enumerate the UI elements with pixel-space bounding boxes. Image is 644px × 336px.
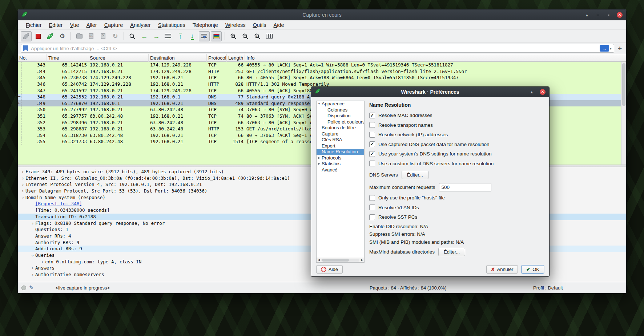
zoom-in-button[interactable] bbox=[228, 31, 239, 41]
expert-info-icon[interactable]: ✎ bbox=[29, 284, 34, 291]
tree-expander-open-icon[interactable]: ▼ bbox=[317, 101, 322, 107]
prefs-tree-item-name-resolution[interactable]: Name Resolution bbox=[317, 149, 364, 155]
menu-vue[interactable]: Vue bbox=[66, 21, 82, 29]
maximize-button[interactable]: ▫ bbox=[606, 12, 612, 17]
display-filter-input[interactable]: Appliquer un filtre d'affichage ... <Ctr… bbox=[21, 44, 614, 53]
checkbox-only-use-the-profile-hosts-file[interactable] bbox=[369, 195, 375, 201]
prefs-tree-item-cl-s-rsa[interactable]: Clés RSA bbox=[317, 137, 364, 143]
dialog-close-button[interactable]: ✕ bbox=[540, 89, 546, 95]
expander-collapsed-icon[interactable]: › bbox=[20, 188, 25, 195]
prefs-tree-item-boutons-de-filtre[interactable]: Boutons de filtre bbox=[317, 125, 364, 131]
dns-servers-edit-button[interactable]: Éditer... bbox=[402, 171, 428, 179]
expander-expanded-icon[interactable]: › bbox=[20, 195, 26, 201]
column-header-no[interactable]: No. bbox=[18, 54, 47, 62]
stop-capture-button[interactable] bbox=[33, 31, 44, 41]
restart-capture-button[interactable] bbox=[45, 31, 56, 41]
first-packet-button[interactable]: ↑ bbox=[175, 31, 186, 41]
scroll-right-arrow-icon[interactable]: ▶ bbox=[360, 258, 364, 262]
prefs-tree-item-disposition[interactable]: Disposition bbox=[317, 113, 364, 119]
scroll-left-arrow-icon[interactable]: ◀ bbox=[317, 258, 321, 262]
menu-fichier[interactable]: Fichier bbox=[22, 21, 45, 29]
last-packet-button[interactable]: ↓ bbox=[187, 31, 198, 41]
prefs-tree-item-apparence[interactable]: ▼Apparence bbox=[317, 101, 364, 107]
menu-editer[interactable]: Editer bbox=[45, 21, 67, 29]
previous-packet-button[interactable]: ← bbox=[139, 31, 150, 41]
prefs-tree-item-colonnes[interactable]: Colonnes bbox=[317, 107, 364, 113]
shade-button[interactable]: ▴ bbox=[584, 12, 590, 17]
capture-status-led-icon[interactable] bbox=[21, 286, 26, 290]
scroll-thumb[interactable] bbox=[322, 259, 349, 262]
checkbox-resolve-network-ip-addresses[interactable] bbox=[369, 132, 375, 138]
checkbox-resolve-transport-names[interactable] bbox=[369, 122, 375, 128]
main-titlebar[interactable]: Capture en cours ▴ – ▫ ✕ bbox=[18, 9, 626, 20]
expander-expanded-icon[interactable]: › bbox=[29, 253, 36, 258]
column-header-time[interactable]: Time bbox=[47, 54, 88, 62]
open-file-button[interactable] bbox=[74, 31, 85, 41]
next-packet-button[interactable]: → bbox=[151, 31, 162, 41]
expander-collapsed-icon[interactable]: › bbox=[20, 182, 25, 188]
packet-list-scrollbar[interactable] bbox=[621, 62, 626, 165]
close-button[interactable]: ✕ bbox=[617, 12, 623, 18]
capture-options-button[interactable]: ⚙ bbox=[57, 31, 68, 41]
reload-button[interactable]: ↻ bbox=[110, 31, 121, 41]
add-filter-button[interactable]: + bbox=[616, 44, 623, 52]
goto-packet-button[interactable]: → bbox=[163, 31, 174, 41]
max-concurrent-requests-input[interactable] bbox=[439, 183, 491, 191]
find-packet-button[interactable] bbox=[127, 31, 138, 41]
maxmind-edit-button[interactable]: Éditer... bbox=[438, 248, 465, 256]
menu-analyser[interactable]: Analyser bbox=[126, 21, 154, 29]
minimize-button[interactable]: – bbox=[595, 12, 601, 17]
menu-aller[interactable]: Aller bbox=[83, 21, 101, 29]
menu-telephonie[interactable]: Telephonie bbox=[189, 21, 222, 29]
save-file-button[interactable]: 01010011 bbox=[86, 31, 97, 41]
zoom-reset-button[interactable]: 1 bbox=[252, 31, 263, 41]
column-header-source[interactable]: Source bbox=[88, 54, 149, 62]
expander-collapsed-icon[interactable]: › bbox=[30, 265, 35, 272]
expander-collapsed-icon[interactable]: › bbox=[40, 259, 45, 266]
prefs-tree-item-avanc-[interactable]: Avancé bbox=[317, 167, 364, 173]
autoscroll-button[interactable] bbox=[199, 31, 210, 41]
start-capture-button[interactable] bbox=[21, 31, 32, 41]
dialog-shade-button[interactable]: ▴ bbox=[529, 89, 535, 94]
checkbox-resolve-mac-addresses[interactable] bbox=[369, 113, 375, 118]
column-header-length[interactable]: Length bbox=[227, 54, 245, 62]
dialog-titlebar[interactable]: Wireshark · Préférences ▴ ✕ bbox=[311, 87, 549, 97]
prefs-tree-item-police-et-couleurs[interactable]: Police et couleurs bbox=[317, 119, 364, 125]
expander-collapsed-icon[interactable]: › bbox=[30, 220, 35, 227]
checkbox-resolve-ss7-pcs[interactable] bbox=[369, 214, 375, 220]
expander-collapsed-icon[interactable]: › bbox=[20, 175, 25, 182]
colorize-button[interactable] bbox=[211, 31, 222, 41]
close-file-button[interactable] bbox=[98, 31, 109, 41]
expander-collapsed-icon[interactable]: › bbox=[30, 272, 35, 278]
checkbox-use-your-system-s-dns-settings-for-name-[interactable] bbox=[369, 151, 375, 157]
cancel-button[interactable]: ✘ Annuler bbox=[486, 265, 518, 274]
packet-row-344[interactable]: 344 65.142715 192.168.0.21 174.129.249.2… bbox=[18, 68, 626, 75]
checkbox-use-captured-dns-packet-data-for-name-re[interactable] bbox=[369, 141, 375, 147]
prefs-tree-item-statistics[interactable]: ▶Statistics bbox=[317, 161, 364, 167]
menu-capture[interactable]: Capture bbox=[101, 21, 127, 29]
column-header-destination[interactable]: Destination bbox=[149, 54, 207, 62]
menu-outils[interactable]: Outils bbox=[249, 21, 270, 29]
bookmark-icon[interactable] bbox=[23, 45, 28, 51]
help-button[interactable]: Aide bbox=[316, 265, 343, 274]
prefs-tree-item-protocols[interactable]: ▶Protocols bbox=[317, 155, 364, 161]
tree-expander-closed-icon[interactable]: ▶ bbox=[317, 161, 322, 167]
packet-row-345[interactable]: 345 65.230738 174.129.249.228 192.168.0.… bbox=[18, 74, 626, 81]
menu-wireless[interactable]: Wireless bbox=[222, 21, 249, 29]
menu-statistiques[interactable]: Statistiques bbox=[154, 21, 189, 29]
expander-collapsed-icon[interactable]: › bbox=[20, 169, 25, 175]
column-header-info[interactable]: Info bbox=[245, 54, 626, 62]
column-header-protocol[interactable]: Protocol bbox=[207, 54, 227, 62]
profile-text[interactable]: Profil : Default bbox=[533, 285, 563, 291]
tree-horizontal-scrollbar[interactable]: ◀ ▶ bbox=[316, 258, 365, 263]
prefs-tree-item-expert[interactable]: Expert bbox=[317, 143, 364, 149]
ok-button[interactable]: ✔ OK bbox=[522, 265, 544, 274]
tree-expander-closed-icon[interactable]: ▶ bbox=[317, 155, 322, 161]
resize-columns-button[interactable] bbox=[264, 31, 275, 41]
apply-filter-button[interactable]: → bbox=[600, 45, 609, 52]
filter-dropdown-caret-icon[interactable]: ▾ bbox=[610, 46, 612, 50]
zoom-out-button[interactable] bbox=[240, 31, 251, 41]
checkbox-resolve-vlan-ids[interactable] bbox=[369, 205, 375, 210]
menu-aide[interactable]: Aide bbox=[270, 21, 288, 29]
packet-row-343[interactable]: 343 65.142415 192.168.0.21 174.129.249.2… bbox=[18, 62, 626, 68]
